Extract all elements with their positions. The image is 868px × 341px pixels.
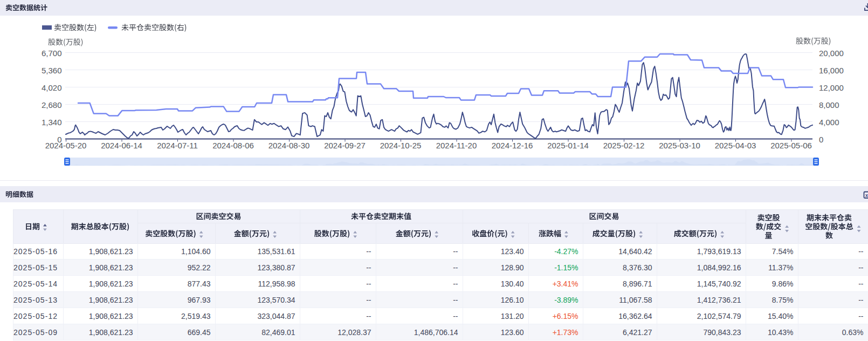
svg-text:2024-08-06: 2024-08-06 [212,141,254,150]
svg-text:131.20: 131.20 [501,312,524,320]
svg-text:4,020: 4,020 [42,83,62,92]
svg-text:2025-05-16: 2025-05-16 [13,247,58,256]
svg-text:2025-05-15: 2025-05-15 [13,263,58,272]
svg-text:1,084,992.16: 1,084,992.16 [697,263,741,272]
svg-text:1,104.60: 1,104.60 [181,247,211,256]
svg-text:11,067.58: 11,067.58 [619,296,652,304]
svg-text:2025-02-12: 2025-02-12 [603,141,645,150]
svg-text:2025-05-12: 2025-05-12 [13,312,58,320]
svg-text:0.63%: 0.63% [842,328,864,337]
svg-text:1,908,621.23: 1,908,621.23 [89,263,133,272]
svg-text:1,908,621.23: 1,908,621.23 [89,296,133,304]
svg-text:-1.15%: -1.15% [554,263,578,272]
svg-text:135,531.61: 135,531.61 [257,247,295,256]
svg-text:967.93: 967.93 [188,296,211,304]
svg-text:--: -- [366,296,371,304]
svg-text:14,640.42: 14,640.42 [618,247,652,256]
svg-text:8,000: 8,000 [819,100,839,110]
svg-text:x: x [865,193,868,198]
svg-text:6,421.27: 6,421.27 [623,328,652,337]
svg-text:15.40%: 15.40% [768,312,793,320]
svg-text:123,570.34: 123,570.34 [257,296,295,304]
svg-text:12,028.37: 12,028.37 [337,328,371,337]
svg-text:1,793,619.13: 1,793,619.13 [697,247,741,256]
svg-text:-4.27%: -4.27% [554,247,578,256]
svg-text:2025-01-14: 2025-01-14 [547,141,589,150]
svg-text:2025-05-09: 2025-05-09 [13,328,58,337]
svg-text:0: 0 [819,135,823,144]
svg-text:--: -- [858,279,864,288]
svg-text:12,000: 12,000 [819,83,844,92]
svg-text:--: -- [858,296,864,304]
svg-text:+6.15%: +6.15% [553,312,578,320]
svg-text:2024-05-20: 2024-05-20 [45,141,87,150]
svg-text:7.54%: 7.54% [772,247,794,256]
svg-text:128.90: 128.90 [501,263,524,272]
svg-text:--: -- [453,263,458,272]
svg-text:--: -- [858,263,864,272]
svg-text:2025-03-10: 2025-03-10 [659,141,700,150]
svg-text:2024-10-25: 2024-10-25 [380,141,422,150]
svg-text:+1.73%: +1.73% [553,328,578,337]
svg-text:877.43: 877.43 [188,279,211,288]
svg-text:--: -- [453,247,458,256]
svg-text:790,843.23: 790,843.23 [703,328,741,337]
svg-text:5,360: 5,360 [42,66,62,75]
svg-text:130.40: 130.40 [501,279,524,288]
svg-text:2,680: 2,680 [42,100,62,110]
svg-text:+3.41%: +3.41% [553,279,578,288]
svg-text:20,000: 20,000 [819,49,844,58]
svg-text:2,102,574.79: 2,102,574.79 [697,312,741,320]
svg-text:126.10: 126.10 [501,296,524,304]
svg-text:2024-11-20: 2024-11-20 [436,141,477,150]
svg-text:--: -- [858,247,864,256]
svg-text:2024-08-30: 2024-08-30 [268,141,310,150]
svg-text:2024-09-27: 2024-09-27 [324,141,366,150]
svg-text:669.45: 669.45 [188,328,211,337]
svg-text:--: -- [453,279,458,288]
svg-text:--: -- [453,296,458,304]
svg-text:1,486,706.14: 1,486,706.14 [414,328,458,337]
svg-text:16,362.64: 16,362.64 [618,312,652,320]
svg-text:--: -- [366,279,371,288]
svg-text:123.60: 123.60 [501,328,524,337]
svg-text:123,380.87: 123,380.87 [257,263,295,272]
svg-text:2025-05-13: 2025-05-13 [13,296,58,304]
svg-text:1,908,621.23: 1,908,621.23 [89,328,133,337]
svg-text:2,519.43: 2,519.43 [181,312,211,320]
svg-text:82,469.01: 82,469.01 [261,328,295,337]
svg-text:--: -- [366,263,371,272]
svg-text:--: -- [366,247,371,256]
svg-text:1,412,736.21: 1,412,736.21 [697,296,741,304]
svg-text:4,000: 4,000 [819,118,839,127]
svg-text:123.40: 123.40 [501,247,524,256]
svg-text:9.86%: 9.86% [772,279,794,288]
svg-text:--: -- [366,312,371,320]
svg-text:2025-04-03: 2025-04-03 [715,141,756,150]
svg-text:8,896.71: 8,896.71 [623,279,652,288]
svg-text:6,700: 6,700 [42,49,62,58]
svg-text:112,958.98: 112,958.98 [258,279,295,288]
svg-text:11.37%: 11.37% [768,263,793,272]
svg-text:2025-05-06: 2025-05-06 [770,141,812,150]
svg-text:--: -- [858,312,864,320]
svg-text:2024-06-14: 2024-06-14 [101,141,142,150]
svg-text:--: -- [453,312,458,320]
svg-text:1,908,621.23: 1,908,621.23 [89,279,133,288]
svg-text:16,000: 16,000 [819,66,844,75]
svg-text:1,145,740.92: 1,145,740.92 [697,279,741,288]
svg-text:1,908,621.23: 1,908,621.23 [89,247,133,256]
svg-text:2025-05-14: 2025-05-14 [13,279,58,288]
svg-text:1,908,621.23: 1,908,621.23 [89,312,133,320]
svg-text:-3.89%: -3.89% [554,296,578,304]
svg-text:1,340: 1,340 [42,118,62,127]
svg-text:2024-07-11: 2024-07-11 [157,141,198,150]
svg-text:2024-12-16: 2024-12-16 [492,141,533,150]
svg-text:10.43%: 10.43% [768,328,793,337]
svg-text:323,044.87: 323,044.87 [257,312,295,320]
svg-text:8.75%: 8.75% [772,296,794,304]
svg-text:952.22: 952.22 [188,263,211,272]
svg-text:8,376.30: 8,376.30 [623,263,652,272]
